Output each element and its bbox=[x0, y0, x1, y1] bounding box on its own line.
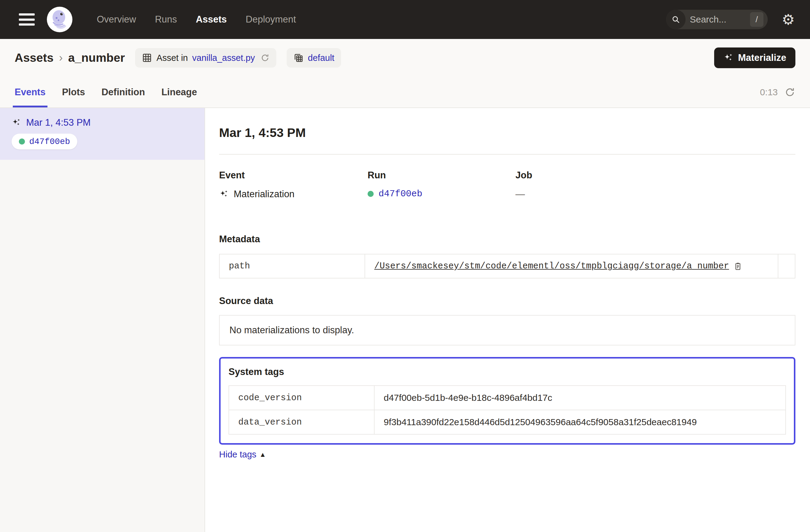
metadata-table: path /Users/smackesey/stm/code/elementl/… bbox=[219, 254, 795, 278]
tab-events[interactable]: Events bbox=[15, 77, 46, 108]
divider bbox=[219, 154, 795, 155]
system-tags-table: code_version d47f00eb-5d1b-4e9e-b18c-489… bbox=[228, 385, 786, 435]
nav-item-deployment[interactable]: Deployment bbox=[246, 14, 296, 25]
repo-grid-icon bbox=[293, 53, 304, 63]
event-list-item[interactable]: Mar 1, 4:53 PM d47f00eb bbox=[0, 108, 205, 160]
tag-value-data-version: 9f3b411a390fd22e158d446d5d12504963596aa6… bbox=[375, 410, 785, 434]
asset-in-label: Asset in bbox=[157, 53, 188, 63]
run-id-badge[interactable]: d47f00eb bbox=[12, 134, 77, 149]
run-id-link[interactable]: d47f00eb bbox=[378, 189, 422, 199]
tag-key-code-version: code_version bbox=[229, 386, 375, 410]
materialization-sparkle-icon bbox=[12, 118, 21, 128]
metadata-heading: Metadata bbox=[219, 234, 795, 245]
asset-grid-icon bbox=[142, 53, 152, 63]
hide-tags-label: Hide tags bbox=[219, 450, 257, 460]
nav-item-assets[interactable]: Assets bbox=[196, 14, 227, 25]
reload-icon[interactable] bbox=[260, 53, 270, 62]
run-status-dot bbox=[368, 191, 374, 197]
event-column-label: Event bbox=[219, 170, 368, 181]
search-shortcut-key: / bbox=[750, 12, 763, 27]
caret-up-icon: ▲ bbox=[260, 451, 266, 459]
copy-icon[interactable] bbox=[733, 262, 743, 271]
materialize-sparkle-icon bbox=[723, 53, 734, 63]
refresh-countdown: 0:13 bbox=[760, 87, 778, 97]
materialize-label: Materialize bbox=[738, 52, 786, 63]
content-area: Mar 1, 4:53 PM d47f00eb Mar 1, 4:53 PM E… bbox=[0, 108, 810, 532]
tag-value-code-version: d47f00eb-5d1b-4e9e-b18c-4896af4bd17c bbox=[375, 386, 785, 410]
page-header: Assets › a_number Asset in vanilla_asset… bbox=[0, 39, 810, 77]
table-row: data_version 9f3b411a390fd22e158d446d5d1… bbox=[229, 410, 785, 434]
system-tags-section: System tags code_version d47f00eb-5d1b-4… bbox=[219, 357, 795, 445]
tab-definition[interactable]: Definition bbox=[101, 77, 145, 108]
metadata-key: path bbox=[220, 255, 365, 278]
tab-lineage[interactable]: Lineage bbox=[161, 77, 197, 108]
event-detail-panel: Mar 1, 4:53 PM Event Materialization bbox=[205, 108, 810, 532]
job-column-label: Job bbox=[516, 170, 795, 181]
dagster-logo[interactable] bbox=[47, 7, 72, 32]
breadcrumb-separator: › bbox=[59, 51, 63, 64]
breadcrumb-assets[interactable]: Assets bbox=[15, 51, 53, 65]
event-list-sidebar: Mar 1, 4:53 PM d47f00eb bbox=[0, 108, 205, 532]
menu-icon[interactable] bbox=[19, 13, 35, 26]
table-row: path /Users/smackesey/stm/code/elementl/… bbox=[220, 255, 795, 278]
page-title: a_number bbox=[68, 51, 125, 65]
source-data-heading: Source data bbox=[219, 295, 795, 306]
repository-badge: default bbox=[287, 48, 341, 68]
job-empty-value: — bbox=[516, 189, 525, 200]
hide-tags-link[interactable]: Hide tags ▲ bbox=[219, 450, 266, 460]
event-timestamp-link[interactable]: Mar 1, 4:53 PM bbox=[26, 117, 91, 128]
nav-links: Overview Runs Assets Deployment bbox=[97, 14, 296, 25]
tab-bar: Events Plots Definition Lineage 0:13 bbox=[0, 77, 810, 108]
asset-file-link[interactable]: vanilla_asset.py bbox=[192, 53, 255, 63]
search-input[interactable] bbox=[685, 14, 734, 25]
top-nav: Overview Runs Assets Deployment / ⚙ bbox=[0, 0, 810, 39]
asset-definition-badge: Asset in vanilla_asset.py bbox=[135, 48, 276, 68]
tab-plots[interactable]: Plots bbox=[62, 77, 85, 108]
metadata-path-link[interactable]: /Users/smackesey/stm/code/elementl/oss/t… bbox=[374, 261, 729, 271]
repo-default-link[interactable]: default bbox=[308, 53, 335, 63]
source-data-section: Source data No materializations to displ… bbox=[219, 295, 795, 345]
run-id-label: d47f00eb bbox=[29, 137, 70, 146]
table-row: code_version d47f00eb-5d1b-4e9e-b18c-489… bbox=[229, 386, 785, 410]
run-column-label: Run bbox=[368, 170, 516, 181]
search-box[interactable]: / bbox=[666, 10, 768, 29]
search-icon bbox=[666, 10, 685, 29]
metadata-section: Metadata path /Users/smackesey/stm/code/… bbox=[219, 234, 795, 278]
tag-key-data-version: data_version bbox=[229, 410, 375, 434]
nav-item-runs[interactable]: Runs bbox=[155, 14, 177, 25]
run-status-dot bbox=[19, 139, 25, 145]
materialization-sparkle-icon bbox=[219, 189, 229, 199]
metadata-actions-cell bbox=[778, 255, 795, 278]
event-type-label: Materialization bbox=[234, 189, 294, 200]
event-detail-title: Mar 1, 4:53 PM bbox=[219, 126, 795, 140]
source-data-empty-message: No materializations to display. bbox=[219, 315, 795, 345]
materialize-button[interactable]: Materialize bbox=[714, 47, 795, 68]
gear-icon[interactable]: ⚙ bbox=[782, 12, 795, 27]
nav-item-overview[interactable]: Overview bbox=[97, 14, 136, 25]
system-tags-heading: System tags bbox=[228, 367, 786, 377]
refresh-icon[interactable] bbox=[784, 87, 795, 98]
